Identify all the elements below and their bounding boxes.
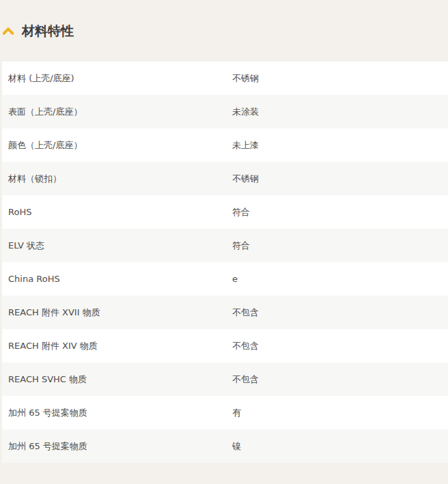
table-row: REACH SVHC 物质不包含 [2,362,448,396]
table-row: REACH 附件 XVII 物质不包含 [2,296,448,329]
row-label: China RoHS [2,274,232,284]
row-value: 未涂装 [232,106,259,118]
row-value: 符合 [232,206,250,218]
row-value: 镍 [232,440,241,453]
row-value: e [232,274,238,284]
row-label: 加州 65 号提案物质 [2,407,232,419]
row-value: 不包含 [232,307,259,319]
section-title: 材料特性 [22,25,74,38]
row-label: 颜色（上壳/底座） [2,139,232,152]
row-label: REACH 附件 XIV 物质 [2,340,232,352]
table-row: 颜色（上壳/底座）未上漆 [2,128,448,162]
table-row: 加州 65 号提案物质镍 [2,429,448,463]
table-row: 材料（锁扣）不锈钢 [2,162,448,195]
row-value: 不锈钢 [232,173,259,185]
row-value: 未上漆 [232,139,259,152]
row-label: ELV 状态 [2,240,232,252]
material-properties-table: 材料 (上壳/底座)不锈钢表面（上壳/底座）未涂装颜色（上壳/底座）未上漆材料（… [2,61,448,463]
chevron-up-icon[interactable] [3,27,14,35]
table-row: 材料 (上壳/底座)不锈钢 [2,61,448,95]
row-label: 加州 65 号提案物质 [2,440,232,453]
row-label: REACH 附件 XVII 物质 [2,307,232,319]
material-properties-panel: 材料特性 材料 (上壳/底座)不锈钢表面（上壳/底座）未涂装颜色（上壳/底座）未… [0,0,448,463]
row-value: 不包含 [232,340,259,352]
table-row: REACH 附件 XIV 物质不包含 [2,329,448,362]
row-label: 表面（上壳/底座） [2,106,232,118]
row-label: REACH SVHC 物质 [2,373,232,386]
row-label: RoHS [2,207,232,217]
table-row: 加州 65 号提案物质有 [2,396,448,429]
table-row: RoHS符合 [2,195,448,229]
row-label: 材料 (上壳/底座) [2,72,232,85]
row-label: 材料（锁扣） [2,173,232,185]
row-value: 符合 [232,240,250,252]
table-row: ELV 状态符合 [2,229,448,262]
row-value: 有 [232,407,241,419]
table-row: China RoHSe [2,262,448,296]
row-value: 不包含 [232,373,259,386]
row-value: 不锈钢 [232,72,259,85]
material-properties-section-header[interactable]: 材料特性 [0,0,448,61]
table-row: 表面（上壳/底座）未涂装 [2,95,448,128]
